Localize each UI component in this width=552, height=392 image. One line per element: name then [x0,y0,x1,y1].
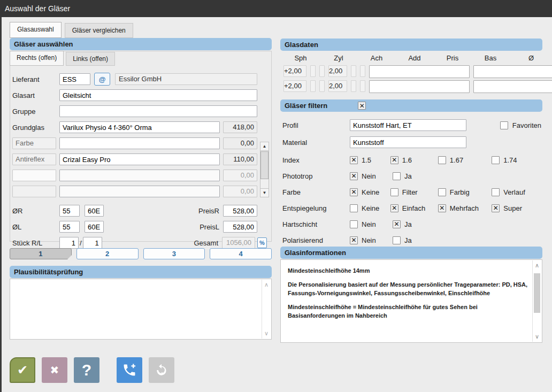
glasdaten-column-zyl: Zyl [321,54,356,62]
filter-enable-checkbox[interactable]: ✕ [358,102,366,110]
filter-option-1.74: 1.74 [492,156,542,164]
ol-diameter2-input[interactable] [85,221,104,233]
extra-row-1-input[interactable] [59,170,220,181]
checkbox-index-1.67[interactable] [438,156,446,164]
antireflex-price-field: 110,00 [223,153,257,165]
checkbox-index-1.5[interactable]: ✕ [350,156,358,164]
tab-rechts-offen[interactable]: Rechts (offen) [10,51,64,66]
ol-diameter1-input[interactable] [59,221,80,233]
checkbox-farbe-keine[interactable]: ✕ [350,188,358,196]
ol-label: ØL [12,223,59,231]
profil-input[interactable] [350,119,466,131]
preisl-input[interactable] [223,221,257,233]
page-button-2[interactable]: 2 [76,248,139,259]
stueck-rechts-input[interactable] [59,237,79,249]
stueck-label: Stück R/L [12,239,59,247]
or-diameter1-input[interactable] [59,205,80,217]
glasdaten-ach-field [319,65,325,77]
coating-rows-scrollbar[interactable]: ▲ ▼ [260,142,269,197]
checkbox-hartschicht-ja[interactable]: ✕ [393,220,401,228]
chevron-up-icon[interactable]: ∧ [533,262,541,269]
checkbox-entspiegelung-einfach[interactable]: ✕ [390,204,398,212]
preisr-input[interactable] [223,205,257,217]
tab-glasauswahl[interactable]: Glasauswahl [10,22,62,38]
chevron-down-icon[interactable]: ∨ [533,333,541,340]
glasdaten-ach-field [319,80,325,92]
glasdaten-dia1-input[interactable] [369,80,470,93]
tab-glaeser-vergleichen[interactable]: Gläser vergleichen [65,23,133,38]
chevron-up-icon[interactable]: ∧ [262,281,271,288]
checkbox-polarisierend-nein[interactable]: ✕ [350,236,358,244]
lieferant-name-field: Essilor GmbH [115,73,257,85]
filter-option-1.5: ✕1.5 [350,156,390,164]
info-paragraph: Die Personalisierung basiert auf der Mes… [288,281,528,297]
question-mark-icon: ? [82,361,91,379]
checkbox-phototrop-nein[interactable]: ✕ [350,172,358,180]
favoriten-checkbox[interactable] [500,121,508,129]
phone-plus-icon [122,363,137,378]
antireflex-input[interactable] [59,153,220,165]
scrollbar-thumb[interactable] [534,273,540,313]
glasdaten-dia1-input[interactable] [369,65,470,78]
checkbox-index-1.74[interactable] [492,156,500,164]
checkbox-farbe-farbig[interactable] [438,188,446,196]
order-call-button[interactable] [117,357,142,383]
glasdaten-bas-field [360,80,365,92]
percent-button[interactable]: % [257,237,267,248]
refresh-button[interactable] [149,357,174,383]
glasdaten-dia2-input[interactable] [473,80,552,93]
or-diameter2-input[interactable] [85,205,104,217]
profil-label: Profil [282,121,350,129]
chevron-down-icon[interactable]: ∨ [262,330,271,337]
extra-row-1: 0,00 [12,170,257,181]
glasart-input[interactable] [59,89,257,101]
page-button-4[interactable]: 4 [210,248,272,259]
scroll-up-arrow-icon[interactable]: ▲ [260,142,269,151]
checkbox-polarisierend-ja[interactable] [393,236,401,244]
percent-icon: % [259,240,265,246]
gesamt-field: 1056,00 [222,237,255,249]
lieferant-code-input[interactable] [59,73,90,85]
extra-row-1-price-field: 0,00 [223,170,257,181]
cancel-button[interactable]: ✖ [42,357,67,383]
help-button[interactable]: ? [74,357,99,383]
grundglas-input[interactable] [59,121,220,133]
stueck-links-input[interactable] [83,237,102,249]
title-bar: Auswahl der Gläser [0,0,552,17]
info-scrollbar[interactable]: ∧ ∨ [532,260,541,342]
scroll-down-arrow-icon[interactable]: ▼ [260,188,269,197]
farbe-price-field: 0,00 [223,137,257,149]
ok-button[interactable]: ✔ [10,357,35,383]
extra-row-2-input[interactable] [59,186,220,197]
gruppe-row: Gruppe [12,105,257,117]
scrollbar-thumb[interactable] [260,151,269,179]
tab-links-offen[interactable]: Links (offen) [66,52,115,66]
lieferant-lookup-button[interactable]: @ [94,73,110,86]
material-label: Material [282,139,350,147]
glasdaten-add-field: 2,00 [328,80,347,92]
info-paragraph: Mindesteinschleifhöhe 14mm [288,267,528,275]
glasdaten-dia2-input[interactable] [473,65,552,78]
page-button-1[interactable]: 1 [10,248,72,259]
page-button-3[interactable]: 3 [143,248,205,259]
glasinformationen-box: Mindesteinschleifhöhe 14mmDie Personalis… [280,259,542,343]
antireflex-row-label: Antireflex [12,153,56,165]
checkbox-farbe-filter[interactable] [390,188,398,196]
filter-option-ja: Ja [393,172,443,180]
antireflex-row: Antireflex 110,00 [12,153,257,165]
checkbox-farbe-verlauf[interactable] [492,188,500,196]
checkbox-entspiegelung-super[interactable]: ✕ [492,204,500,212]
plausi-scrollbar[interactable]: ∧ ∨ [262,280,271,339]
material-input[interactable] [350,136,466,148]
diameter-left-row: ØL PreisL [12,221,257,233]
checkbox-index-1.6[interactable]: ✕ [390,156,398,164]
farbe-input[interactable] [59,137,220,149]
side-tab-bar: Rechts (offen) Links (offen) [10,51,271,66]
gruppe-input[interactable] [59,105,257,117]
checkbox-hartschicht-nein[interactable] [350,220,358,228]
checkbox-phototrop-ja[interactable] [393,172,401,180]
checkbox-entspiegelung-keine[interactable] [350,204,358,212]
checkbox-entspiegelung-mehrfach[interactable]: ✕ [438,204,446,212]
glasdaten-column-add: Add [397,54,432,62]
filter-option-nein: ✕Nein [350,172,393,180]
